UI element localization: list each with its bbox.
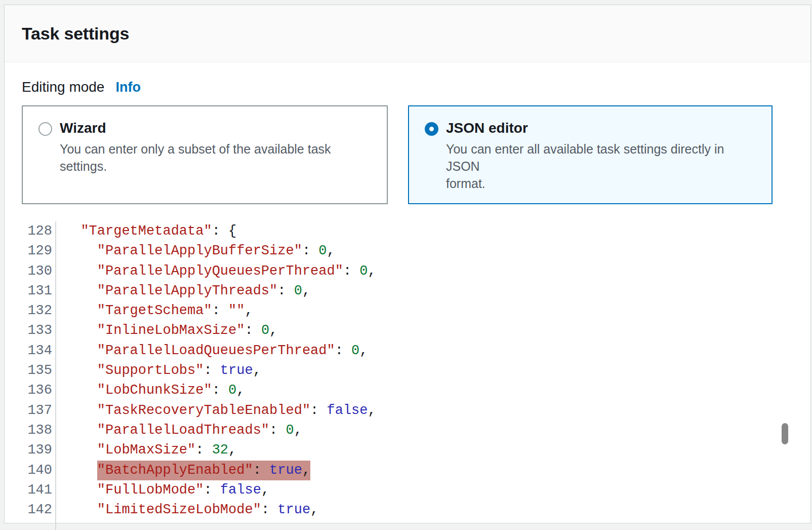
line-number: 131 [5,281,56,301]
code-token: "TaskRecoveryTableEnabled" [97,403,310,418]
line-number: 136 [5,381,56,400]
code-line-text: "TargetMetadata": { [56,221,236,241]
code-token: : [310,403,327,418]
line-number: 142 [5,500,56,520]
code-token: , [294,423,302,438]
code-line[interactable]: 139 "LobMaxSize": 32, [5,440,810,460]
code-line[interactable]: 135 "SupportLobs": true, [5,361,810,381]
code-token: : [245,323,261,338]
code-token: false [220,482,261,498]
code-line-text: "LobMaxSize": 32, [56,440,236,460]
code-line[interactable]: 131 "ParallelApplyThreads": 0, [5,281,810,301]
panel-content: Editing mode Info Wizard You can enter o… [5,62,810,204]
code-token: "LobMaxSize" [97,442,195,458]
line-number: 133 [5,321,56,340]
code-line-text: "FullLobMode": false, [56,480,269,500]
code-line[interactable]: 138 "ParallelLoadThreads": 0, [5,421,810,440]
code-token: true [220,363,253,378]
code-token: : [212,383,228,398]
code-token: "LimitedSizeLobMode" [97,502,261,517]
code-line[interactable]: 141 "FullLobMode": false, [5,480,810,500]
code-line[interactable]: 140 "BatchApplyEnabled": true, [5,461,810,480]
line-number: 134 [5,341,56,361]
code-line[interactable]: 136 "LobChunkSize": 0, [5,381,810,400]
code-token: "ParallelApplyBufferSize" [97,243,302,258]
code-line-text: "ParallelApplyThreads": 0, [56,281,310,301]
code-token: false [327,403,368,418]
wizard-option-text: Wizard You can enter only a subset of th… [60,119,375,175]
code-token: "SupportLobs" [97,363,204,378]
code-line-text: "TargetSchema": "", [56,301,253,321]
code-token: : [335,343,351,358]
code-token: "FullLobMode" [97,482,204,498]
code-token: true [277,502,310,517]
code-token: : [212,223,228,239]
code-line[interactable]: 134 "ParallelLoadQueuesPerThread": 0, [5,341,810,361]
code-line[interactable]: 132 "TargetSchema": "", [5,301,810,321]
code-line[interactable]: 129 "ParallelApplyBufferSize": 0, [5,241,810,261]
code-token: : [302,243,318,258]
code-line[interactable]: 128 "TargetMetadata": { [5,221,810,241]
code-token: "ParallelLoadQueuesPerThread" [97,343,335,358]
line-number: 139 [5,440,56,460]
code-line-text: "BatchApplyEnabled": true, [56,461,310,480]
code-line[interactable]: 130 "ParallelApplyQueuesPerThread": 0, [5,261,810,281]
code-line[interactable]: 142 "LimitedSizeLobMode": true, [5,500,810,520]
gutter-filler [5,520,56,530]
wizard-option-card[interactable]: Wizard You can enter only a subset of th… [22,105,388,204]
wizard-option-label: Wizard [60,120,375,137]
code-token: : [343,263,359,279]
code-token: : [204,363,220,378]
code-token: , [253,363,261,378]
json-editor-option-description: You can enter all available task setting… [446,140,759,192]
code-token: "InlineLobMaxSize" [97,323,245,338]
code-token: 0 [261,323,269,338]
code-token: , [310,502,318,517]
code-token: , [261,482,269,498]
code-token: : [212,303,228,318]
line-number: 135 [5,361,56,381]
line-number: 129 [5,241,56,261]
wizard-option-description: You can enter only a subset of the avail… [60,140,375,175]
scrollbar-thumb[interactable] [782,423,788,444]
code-line-text: "ParallelApplyBufferSize": 0, [56,241,335,261]
panel-header: Task settings [5,5,810,62]
code-line[interactable]: 137 "TaskRecoveryTableEnabled": false, [5,401,810,421]
code-token: , [368,263,376,279]
json-code-editor[interactable]: 128 "TargetMetadata": {129 "ParallelAppl… [5,221,810,530]
info-link[interactable]: Info [115,80,140,95]
code-token: "ParallelApplyQueuesPerThread" [97,263,343,279]
line-number: 141 [5,480,56,500]
code-token: "ParallelLoadThreads" [97,423,269,438]
code-token: "" [228,303,245,318]
json-editor-option-card[interactable]: JSON editor You can enter all available … [408,105,773,204]
code-token: : [195,442,212,458]
wizard-radio-button[interactable] [38,122,52,136]
code-token: , [302,283,310,298]
code-token: , [359,343,368,358]
code-token: : [204,482,220,498]
line-number: 130 [5,261,56,281]
code-editor-filler-row [5,520,810,530]
editing-mode-row: Editing mode Info [22,79,810,95]
code-token: , [228,442,236,458]
code-token: 0 [318,243,327,258]
line-number: 137 [5,401,56,421]
code-token: true [269,463,302,478]
code-token: : [261,502,277,517]
editing-mode-label: Editing mode [22,79,104,95]
json-editor-radio-button[interactable] [425,122,438,136]
code-line-text: "ParallelLoadThreads": 0, [56,421,302,440]
code-token: 32 [212,442,228,458]
code-token: , [302,463,310,478]
code-line-text: "SupportLobs": true, [56,361,261,381]
code-token: 0 [286,423,294,438]
code-token: , [368,403,376,418]
code-token: : [253,463,269,478]
code-token: "LobChunkSize" [97,383,212,398]
code-line-text: "ParallelApplyQueuesPerThread": 0, [56,261,376,281]
code-lines-container: 128 "TargetMetadata": {129 "ParallelAppl… [5,221,810,520]
code-token: "ParallelApplyThreads" [97,283,277,298]
highlighted-code: "BatchApplyEnabled": true, [97,461,310,480]
code-line[interactable]: 133 "InlineLobMaxSize": 0, [5,321,810,340]
